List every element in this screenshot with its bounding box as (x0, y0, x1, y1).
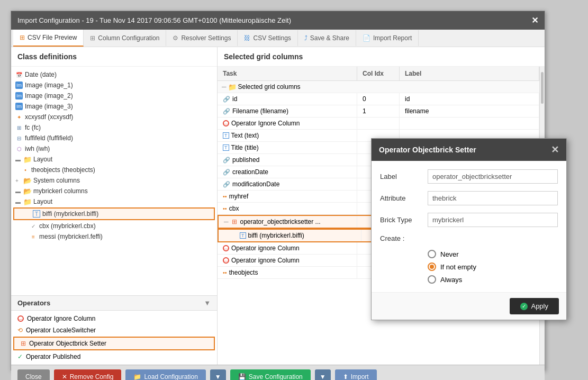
grid-row-id[interactable]: 🔗 id 0 id (218, 93, 539, 105)
tab-import-report[interactable]: 📄 Import Report (356, 30, 419, 46)
tree-item-biffi[interactable]: T biffi (mybrickerl.biffi) (13, 207, 215, 220)
col-idx: Col Idx (357, 67, 400, 80)
label-field-label: Label (380, 173, 428, 180)
tree-item-fuffifeld[interactable]: ⊟ fuffifeld (fuffifield) (11, 133, 217, 143)
grid-row-filename[interactable]: 🔗 Filename (filename) 1 filename (218, 105, 539, 117)
operator-published[interactable]: ✓ Operator Published (11, 351, 217, 363)
csv-icon: ⊞ (20, 34, 25, 41)
grid-folder-icon: 📁 (229, 83, 236, 91)
load-dropdown-button[interactable]: ▼ (210, 369, 226, 380)
link-icon: ⛓ (244, 34, 250, 42)
tab-csv-settings[interactable]: ⛓ CSV Settings (238, 30, 297, 46)
link-icon-filename: 🔗 (223, 108, 230, 115)
link-icon-id: 🔗 (223, 96, 230, 103)
link-icon-mod: 🔗 (223, 181, 230, 188)
check-icon: ✓ (520, 303, 528, 310)
class-definitions-title: Class definitions (11, 47, 217, 67)
tree-item-image2[interactable]: Im Image (image_2) (11, 91, 217, 101)
cell-col-ignore-1 (357, 117, 400, 129)
locale-icon: ⟲ (17, 327, 23, 334)
cell-task-id: 🔗 id (218, 93, 357, 105)
create-radio-group: Never If not empty Always (428, 250, 558, 284)
modal-footer: ✓ Apply (372, 292, 566, 320)
tree-folder-system[interactable]: + 📂 System columns (11, 175, 217, 186)
tree-folder-layout-sub[interactable]: ▬ 📁 Layout (11, 196, 217, 207)
link-icon-published: 🔗 (223, 157, 230, 164)
tree-item-theobjects[interactable]: • theobjects (theobjects) (11, 165, 217, 175)
date-icon: 📅 (15, 71, 23, 78)
tree-folder-layout[interactable]: ▬ 📁 Layout (11, 154, 217, 165)
operator-objectbrick-setter[interactable]: ⊞ Operator Objectbrick Setter (13, 337, 215, 350)
tree-item-iwh[interactable]: ⬡ iwh (iwh) (11, 143, 217, 154)
tree-item-fc[interactable]: ⊞ fc (fc) (11, 122, 217, 133)
cell-task-filename: 🔗 Filename (filename) (218, 105, 357, 117)
col-task: Task (218, 67, 357, 80)
tab-save-share[interactable]: ⤴ Save & Share (298, 30, 356, 46)
dots-icon-cbx: •• (223, 205, 227, 212)
label-field-input[interactable] (428, 169, 558, 184)
attribute-field-row: Attribute (380, 191, 558, 205)
star-icon: ✦ (15, 113, 23, 121)
grid-header: Task Col Idx Label (218, 67, 539, 81)
dots-icon-theobjects: •• (223, 269, 227, 276)
tree-item-image1[interactable]: Im Image (image_1) (11, 80, 217, 91)
link-icon-creation: 🔗 (223, 169, 230, 176)
operator-locale-switcher[interactable]: ⟲ Operator LocaleSwitcher (11, 324, 217, 336)
left-scroll-area: 📅 Date (date) Im Image (image_1) Im Imag… (11, 67, 217, 365)
close-window-button[interactable]: ✕ (531, 15, 538, 25)
tree-item-cbx[interactable]: ✓ cbx (mybrickerl.cbx) (11, 221, 217, 231)
tree-item-date[interactable]: 📅 Date (date) (11, 69, 217, 80)
radio-btn-always[interactable] (428, 275, 436, 284)
apply-button[interactable]: ✓ Apply (510, 298, 559, 314)
grid-folder-row[interactable]: ─ 📁 Selected grid columns (218, 81, 539, 93)
operator-ignore-column[interactable]: Operator Ignore Column (11, 313, 217, 324)
close-button[interactable]: Close (17, 369, 50, 380)
radio-always[interactable]: Always (428, 275, 558, 284)
tree-item-xcxysdf[interactable]: ✦ xcxysdf (xcxysdf) (11, 112, 217, 122)
modal-body: Label Attribute Brick Type Create : (372, 161, 566, 292)
tree-item-image3[interactable]: Im Image (image_3) (11, 101, 217, 112)
remove-config-button[interactable]: ✕ Remove Config (54, 369, 122, 380)
create-field-label: Create : (380, 234, 428, 242)
grid-icon: ⊞ (90, 34, 95, 42)
tab-csv-preview[interactable]: ⊞ CSV File Preview (13, 30, 84, 47)
modal-close-button[interactable]: ✕ (551, 144, 559, 156)
cell-col-filename: 1 (357, 105, 400, 117)
report-icon: 📄 (363, 34, 370, 42)
image-icon-3: Im (15, 103, 23, 110)
cell-task-moddate: 🔗 modificationDate (218, 178, 357, 190)
cube-icon: ⬡ (15, 145, 23, 152)
remove-icon: ✕ (62, 373, 67, 380)
tab-resolver-settings[interactable]: ⚙ Resolver Settings (166, 30, 238, 46)
save-config-button[interactable]: 💾 Save Configuration (230, 369, 311, 380)
attribute-field-input[interactable] (428, 191, 558, 205)
radio-never[interactable]: Never (428, 250, 558, 258)
modal-title-bar: Operator Objectbrick Setter ✕ (372, 139, 566, 161)
tree-folder-mybrickerl[interactable]: ▬ 📂 mybrickerl columns (11, 186, 217, 196)
tab-column-config[interactable]: ⊞ Column Configuration (84, 30, 166, 46)
save-dropdown-button[interactable]: ▼ (315, 369, 331, 380)
col-label: Label (400, 67, 539, 80)
operators-header: Operators ▼ (11, 295, 217, 311)
save-icon: 💾 (238, 373, 246, 380)
radio-btn-never[interactable] (428, 250, 436, 258)
folder-icon-3: 📂 (24, 187, 31, 195)
gear-icon: ⚙ (173, 34, 178, 42)
tree-item-messi[interactable]: ≡ messi (mybrickerl.feffi) (11, 231, 217, 242)
brick-type-field-input[interactable] (428, 213, 558, 227)
published-icon: ✓ (17, 353, 23, 360)
cell-task-published: 🔗 published (218, 154, 357, 166)
minus-icon: ─ (222, 83, 227, 91)
radio-if-not-empty[interactable]: If not empty (428, 263, 558, 271)
minus-collapse-icon: ─ (224, 218, 229, 225)
cell-task-title: T Title (title) (218, 142, 357, 153)
radio-btn-if-not-empty[interactable] (428, 263, 436, 271)
import-button[interactable]: ⬆ Import (335, 369, 377, 380)
scroll-handle[interactable] (541, 72, 544, 104)
grid-row-ignore-1[interactable]: Operator Ignore Column (218, 117, 539, 130)
cell-task-biffi-sub: T biffi (mybrickerl.biffi) (227, 230, 361, 241)
operators-expand-icon[interactable]: ▼ (204, 299, 211, 307)
load-config-button[interactable]: 📁 Load Configuration (125, 369, 205, 380)
no-icon-grid-2 (223, 245, 229, 251)
cell-task-cbx: •• cbx (218, 203, 357, 214)
